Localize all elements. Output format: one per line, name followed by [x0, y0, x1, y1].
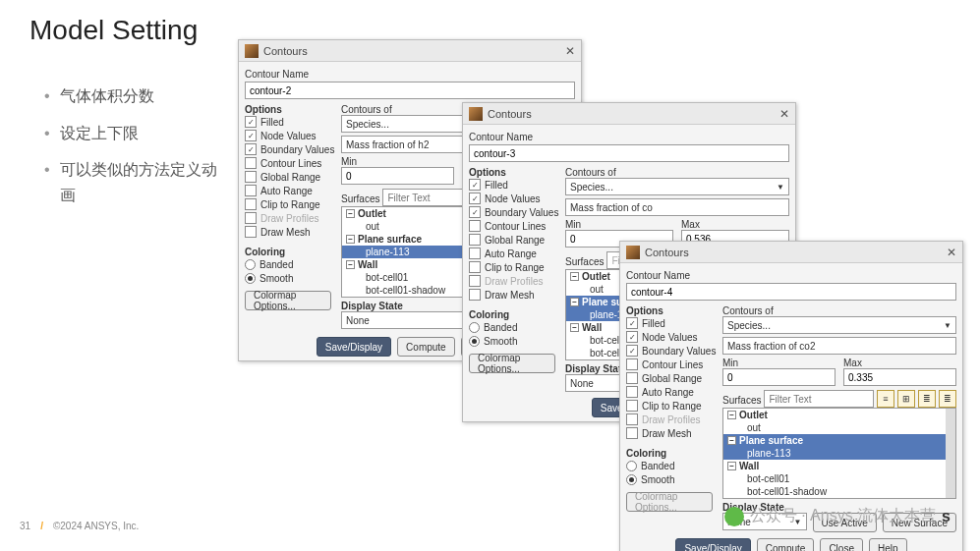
- opt-node-values[interactable]: Node Values: [245, 129, 331, 142]
- opt-draw-mesh[interactable]: Draw Mesh: [245, 225, 331, 239]
- page-number: 31: [20, 521, 30, 531]
- opt-filled[interactable]: Filled: [245, 115, 331, 129]
- min-label: Min: [341, 156, 454, 167]
- close-icon[interactable]: ✕: [779, 107, 789, 121]
- watermark: 公众号 · Ansys 流体大本营 s: [724, 506, 951, 526]
- contour-name-input[interactable]: [245, 82, 575, 99]
- surfaces-tree[interactable]: −Outlet out −Plane surface plane-113 −Wa…: [722, 408, 956, 499]
- colormap-options-button[interactable]: Colormap Options...: [245, 291, 331, 310]
- dialog-titlebar[interactable]: Contours ✕: [463, 103, 795, 125]
- bullet-item: 设定上下限: [44, 121, 221, 146]
- contours-dialog-3: Contours ✕ Contour Name Options Filled N…: [619, 241, 963, 551]
- close-icon[interactable]: ✕: [947, 246, 956, 259]
- species-dropdown[interactable]: Species...▼: [722, 316, 956, 334]
- opt-auto-range[interactable]: Auto Range: [245, 184, 331, 197]
- species-dropdown[interactable]: Species...▼: [565, 178, 789, 195]
- app-icon: [245, 44, 259, 58]
- dialog-titlebar[interactable]: Contours ✕: [239, 40, 581, 62]
- options-label: Options: [245, 104, 331, 115]
- coloring-label: Coloring: [469, 309, 555, 320]
- dialog-title: Contours: [263, 45, 308, 57]
- coloring-banded[interactable]: Banded: [245, 257, 331, 271]
- filter-icon-2[interactable]: ⊞: [897, 390, 915, 408]
- bullet-item: 气体体积分数: [44, 83, 221, 109]
- mass-fraction-dropdown[interactable]: Mass fraction of co: [565, 198, 789, 216]
- coloring-label: Coloring: [245, 247, 331, 257]
- surfaces-filter[interactable]: [764, 390, 874, 408]
- min-input[interactable]: [722, 368, 836, 386]
- slide-title: Model Setting: [29, 15, 198, 46]
- divider-icon: /: [40, 521, 43, 531]
- scrollbar[interactable]: [946, 409, 955, 498]
- contour-name-label: Contour Name: [469, 132, 789, 142]
- filter-icon-4[interactable]: ≣: [939, 390, 956, 408]
- opt-clip-to-range[interactable]: Clip to Range: [245, 197, 331, 211]
- contour-name-input[interactable]: [626, 283, 956, 301]
- bullet-list: 气体体积分数 设定上下限 可以类似的方法定义动画: [44, 83, 221, 219]
- app-icon: [469, 107, 483, 121]
- wechat-icon: [724, 507, 744, 526]
- coloring-smooth[interactable]: Smooth: [245, 271, 331, 285]
- max-input[interactable]: [843, 368, 956, 386]
- min-input[interactable]: [341, 167, 454, 185]
- options-label: Options: [469, 167, 555, 178]
- footer: 31 / ©2024 ANSYS, Inc.: [20, 521, 139, 531]
- save-display-button[interactable]: Save/Display: [317, 337, 391, 357]
- compute-button[interactable]: Compute: [757, 538, 815, 551]
- contour-name-label: Contour Name: [245, 69, 575, 80]
- filter-icon-3[interactable]: ≣: [918, 390, 936, 408]
- opt-global-range[interactable]: Global Range: [245, 170, 331, 184]
- opt-boundary-values[interactable]: Boundary Values: [245, 142, 331, 156]
- filter-icon-1[interactable]: ≡: [877, 390, 894, 408]
- copyright: ©2024 ANSYS, Inc.: [53, 521, 139, 531]
- app-icon: [626, 246, 640, 259]
- close-icon[interactable]: ✕: [565, 44, 575, 58]
- save-display-button[interactable]: Save/Display: [675, 538, 750, 551]
- help-button[interactable]: Help: [869, 538, 907, 551]
- contour-name-input[interactable]: [469, 144, 789, 162]
- colormap-options-button[interactable]: Colormap Options...: [469, 354, 555, 373]
- mass-fraction-dropdown[interactable]: Mass fraction of co2: [722, 337, 956, 355]
- dialog-titlebar[interactable]: Contours ✕: [620, 242, 962, 263]
- surfaces-label: Surfaces: [341, 193, 379, 204]
- bullet-item: 可以类似的方法定义动画: [44, 157, 221, 207]
- close-button[interactable]: Close: [820, 538, 863, 551]
- opt-draw-profiles[interactable]: Draw Profiles: [245, 211, 331, 225]
- compute-button[interactable]: Compute: [397, 337, 455, 357]
- dialog-title: Contours: [645, 247, 689, 258]
- dialog-title: Contours: [488, 108, 532, 120]
- colormap-options-button[interactable]: Colormap Options...: [626, 492, 713, 512]
- opt-contour-lines[interactable]: Contour Lines: [245, 156, 331, 170]
